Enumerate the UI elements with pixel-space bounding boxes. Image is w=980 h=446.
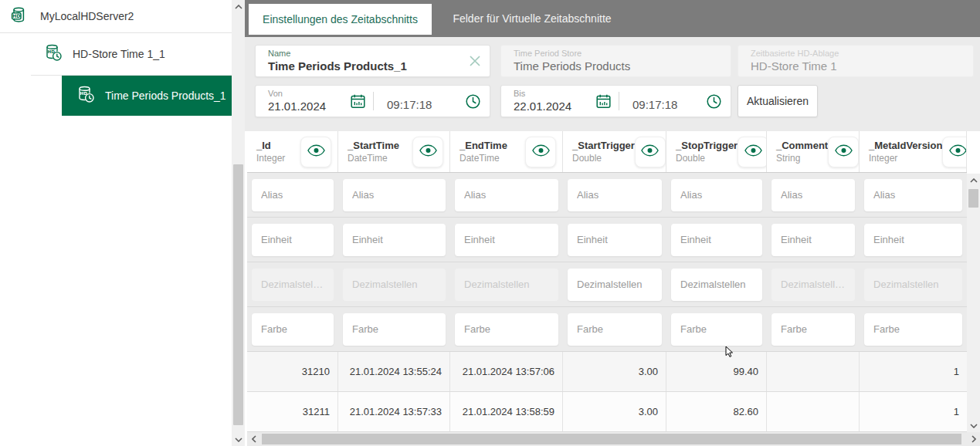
table-cell: 82.60 — [666, 392, 767, 431]
scroll-up-arrow-icon[interactable] — [967, 174, 980, 187]
column-visibility-button[interactable] — [635, 137, 666, 167]
svg-text:HD: HD — [12, 13, 21, 19]
field-cell — [563, 224, 666, 256]
hd-server-icon: HD — [10, 6, 27, 26]
field-cell — [247, 313, 338, 346]
sidebar-scrollbar-thumb[interactable] — [233, 164, 243, 425]
column-visibility-button[interactable] — [412, 137, 443, 167]
refresh-button[interactable]: Aktualisieren — [738, 85, 818, 117]
field-row-einheit — [247, 218, 967, 262]
hd-ablage-field: Zeitbasierte HD-Ablage HD-Store Time 1 — [738, 45, 974, 77]
time-period-store-field: Time Period Store Time Periods Products — [500, 45, 731, 77]
alias-input[interactable] — [252, 179, 334, 211]
column-visibility-button[interactable] — [942, 137, 967, 167]
clock-icon[interactable] — [706, 93, 722, 113]
alias-input[interactable] — [771, 179, 855, 211]
eye-icon — [532, 144, 550, 160]
farbe-input[interactable] — [252, 313, 334, 346]
tab-label: Felder für Virtuelle Zeitabschnitte — [453, 12, 611, 25]
clock-icon[interactable] — [465, 93, 481, 113]
eye-icon — [641, 144, 659, 160]
column-type: Double — [676, 153, 738, 164]
table-cell: 21.01.2024 13:58:59 — [450, 392, 563, 431]
column-type: Integer — [256, 153, 285, 164]
scroll-right-arrow-icon[interactable] — [967, 432, 980, 446]
farbe-input[interactable] — [343, 313, 446, 346]
column-header: _EndTimeDateTime — [450, 131, 563, 172]
column-visibility-button[interactable] — [828, 137, 859, 167]
dezimalstellen-input — [252, 269, 334, 301]
field-cell — [767, 224, 860, 256]
bis-datetime-field[interactable]: Bis 22.01.2024 09:17:18 — [500, 85, 731, 117]
field-row-farbe — [247, 307, 967, 352]
tab-bar: Einstellungen des Zeitabschnitts Felder … — [245, 0, 980, 37]
tab-zeitabschnitt-einstellungen[interactable]: Einstellungen des Zeitabschnitts — [249, 4, 432, 35]
alias-input[interactable] — [343, 179, 446, 211]
horizontal-scrollbar-thumb[interactable] — [262, 434, 961, 444]
scroll-left-arrow-icon[interactable] — [247, 432, 260, 446]
column-type: String — [776, 153, 828, 164]
tree-item-label: HD-Store Time 1_1 — [73, 48, 165, 60]
field-cell — [666, 179, 767, 211]
alias-input[interactable] — [671, 179, 762, 211]
sidebar-scrollbar[interactable] — [232, 0, 245, 446]
einheit-input[interactable] — [568, 224, 662, 256]
farbe-input[interactable] — [568, 313, 662, 346]
farbe-input[interactable] — [771, 313, 855, 346]
bis-date-value[interactable]: 22.01.2024 — [514, 99, 721, 114]
column-header-row: _IdInteger_StartTimeDateTime_EndTimeDate… — [247, 131, 967, 173]
alias-input[interactable] — [864, 179, 962, 211]
einheit-input[interactable] — [343, 224, 446, 256]
bis-time-value[interactable]: 09:17:18 — [632, 98, 677, 111]
table-cell: 21.01.2024 13:57:33 — [338, 392, 450, 431]
scroll-down-arrow-icon[interactable] — [967, 419, 980, 432]
dezimalstellen-input — [343, 269, 446, 301]
einheit-input[interactable] — [771, 224, 855, 256]
column-visibility-button[interactable] — [738, 137, 767, 167]
dezimalstellen-input[interactable] — [671, 269, 762, 301]
farbe-input[interactable] — [455, 313, 558, 346]
alias-input[interactable] — [455, 179, 558, 211]
table-scrollbar-thumb[interactable] — [968, 189, 978, 208]
bis-label: Bis — [514, 89, 721, 99]
name-field[interactable]: Name Time Periods Products_1 — [255, 45, 490, 77]
field-cell — [666, 269, 767, 301]
table-cell: 21.01.2024 13:55:24 — [338, 352, 450, 391]
field-cell — [563, 179, 666, 211]
einheit-input[interactable] — [671, 224, 762, 256]
einheit-input[interactable] — [864, 224, 962, 256]
tree-item-hd-store[interactable]: HD HD-Store Time 1_1 — [0, 33, 232, 75]
eye-icon — [835, 144, 853, 160]
tab-virtuelle-zeitabschnitte[interactable]: Felder für Virtuelle Zeitabschnitte — [432, 0, 632, 37]
table-cell: 99.40 — [666, 352, 767, 391]
column-visibility-button[interactable] — [525, 137, 556, 167]
table-vertical-scrollbar[interactable] — [967, 174, 980, 432]
column-name: _EndTime — [459, 140, 507, 151]
von-datetime-field[interactable]: Von 21.01.2024 09:17:18 — [255, 85, 490, 117]
column-visibility-button[interactable] — [300, 137, 331, 167]
einheit-input[interactable] — [455, 224, 558, 256]
von-time-value[interactable]: 09:17:18 — [387, 98, 432, 111]
calendar-icon[interactable] — [350, 93, 366, 113]
table-cell — [767, 352, 860, 391]
column-header: _StartTriggerDouble — [563, 131, 666, 172]
table-horizontal-scrollbar[interactable] — [247, 432, 980, 446]
dezimalstellen-input — [771, 269, 855, 301]
farbe-input[interactable] — [671, 313, 762, 346]
tree-item-time-periods-selected[interactable]: HD Time Periods Products_1 — [62, 76, 232, 116]
close-icon[interactable] — [468, 54, 482, 71]
farbe-input[interactable] — [864, 313, 962, 346]
scroll-down-arrow-icon[interactable] — [232, 433, 245, 446]
name-field-value[interactable]: Time Periods Products_1 — [268, 59, 480, 74]
alias-input[interactable] — [568, 179, 662, 211]
dezimalstellen-input[interactable] — [568, 269, 662, 301]
field-cell — [666, 224, 767, 256]
column-header: _MetaIdVersionInteger — [860, 131, 967, 172]
scroll-up-arrow-icon[interactable] — [232, 0, 245, 13]
calendar-icon[interactable] — [595, 93, 612, 113]
columns-grid: _IdInteger_StartTimeDateTime_EndTimeDate… — [247, 131, 967, 432]
von-date-value[interactable]: 21.01.2024 — [268, 99, 480, 114]
column-name: _MetaIdVersion — [869, 140, 942, 151]
tree-item-server[interactable]: HD MyLocalHDServer2 — [0, 0, 232, 33]
einheit-input[interactable] — [252, 224, 334, 256]
